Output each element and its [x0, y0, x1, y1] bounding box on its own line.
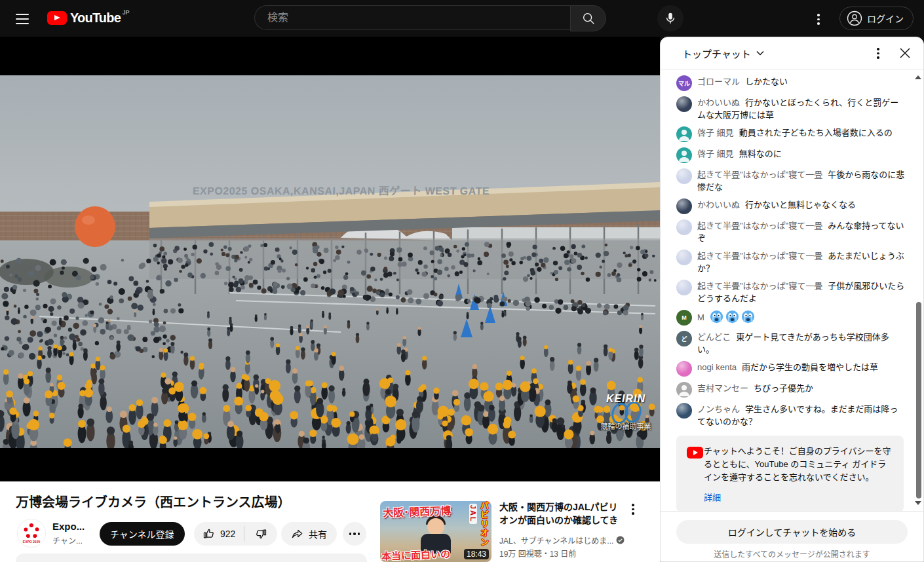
- chat-close-button[interactable]: [898, 46, 912, 60]
- chat-author: かわいいぬ: [697, 200, 740, 210]
- chat-message-text: 動員された子どもたち入場者数に入るの: [739, 128, 893, 138]
- search-input[interactable]: [266, 11, 557, 24]
- chat-message: MM: [676, 307, 905, 328]
- chat-footer-caption: 送信したすべてのメッセージが公開されます: [661, 548, 923, 559]
- like-button[interactable]: 922: [194, 522, 244, 546]
- channel-name[interactable]: Expo...: [52, 521, 93, 532]
- live-chat-panel: トップチャット マルゴローマルしかたないかわいいぬ行かないとぼったくられ、行くと…: [660, 37, 924, 562]
- chat-message: マルゴローマルしかたない: [676, 73, 905, 94]
- chat-avatar: [676, 280, 692, 295]
- chat-scrollbar-thumb[interactable]: [916, 302, 921, 498]
- chat-avatar: マル: [676, 75, 692, 91]
- chat-message: 起きて半畳"はなかっぱ"寝て一畳子供が風邪ひいたらどうするんだよ: [676, 277, 905, 307]
- chat-avatar: [676, 198, 692, 214]
- chat-welcome-notice: チャットへようこそ！ご自身のプライバシーを守るとともに、YouTube のコミュ…: [676, 436, 904, 512]
- thumbnail-text-bottom: 本当に面白いの: [381, 546, 451, 562]
- chat-message: 起きて半畳"はなかっぱ"寝て一畳午後から雨なのに悲惨だな: [676, 166, 905, 196]
- dislike-button[interactable]: [244, 522, 277, 546]
- share-label: 共有: [309, 527, 327, 540]
- chat-message: 起きて半畳"はなかっぱ"寝て一畳みんな傘持ってないぞ: [676, 217, 905, 247]
- recommended-kebab-menu[interactable]: [632, 504, 634, 515]
- chat-header: トップチャット: [661, 37, 923, 69]
- logo-country-code: JP: [123, 9, 130, 16]
- verified-check-icon: [616, 536, 625, 544]
- share-button[interactable]: 共有: [281, 522, 337, 546]
- chat-kebab-menu[interactable]: [877, 48, 879, 59]
- chat-login-button[interactable]: ログインしてチャットを始める: [676, 520, 908, 544]
- chat-avatar: [676, 126, 692, 142]
- search-box[interactable]: [254, 5, 570, 30]
- recommended-video-title[interactable]: 大阪・関西万博のJALパビリオンが面白いのか確認してきま...: [499, 500, 626, 527]
- chat-message: 吉村マンセーちびっ子優先か: [676, 379, 905, 400]
- recommended-channel-row[interactable]: JAL、サブチャンネルはじめま...: [499, 534, 634, 546]
- blue-crying-face-emoji: [710, 310, 723, 324]
- keirin-watermark-subtitle: 競輪の補助事業: [593, 421, 659, 431]
- masthead: YouTube JP ログイン: [0, 0, 924, 37]
- description-box[interactable]: [16, 553, 367, 562]
- chat-author: 起きて半畳"はなかっぱ"寝て一畳: [697, 281, 822, 291]
- youtube-logo-icon: [687, 447, 704, 503]
- chat-notice-learn-more-link[interactable]: 詳細: [704, 491, 893, 503]
- recommended-thumbnail[interactable]: 大阪･関西万博 パビリオン JAL 本当に面白いの 18:43: [380, 501, 491, 562]
- chat-avatar: ど: [676, 331, 692, 347]
- chat-author: 吉村マンセー: [697, 383, 748, 393]
- live-video-frame: EXPO2025 OSAKA,KANSAI,JAPAN 西ゲート WEST GA…: [0, 75, 660, 448]
- recommended-video-meta: 19万 回視聴・13 日前: [499, 548, 576, 559]
- login-label: ログイン: [867, 12, 904, 25]
- chat-avatar: [676, 147, 692, 163]
- close-icon: [898, 46, 912, 60]
- chat-message: 啓子 細見無料なのに: [676, 145, 905, 166]
- thumbnail-text-top: 大阪･関西万博: [383, 502, 452, 520]
- chat-message: nogi kenta雨だから学生の動員を増やしたは草: [676, 358, 905, 379]
- like-dislike-bar: 922: [194, 522, 277, 546]
- chat-message-text: ちびっ子優先か: [754, 383, 813, 393]
- more-actions-button[interactable]: [343, 522, 366, 546]
- chat-author: かわいいぬ: [697, 98, 740, 107]
- chat-author: ゴローマル: [697, 77, 740, 86]
- chat-message-text: 雨だから学生の動員を増やしたは草: [742, 362, 878, 372]
- chat-mode-selector[interactable]: トップチャット: [682, 47, 764, 60]
- person-circle-icon: [847, 10, 862, 26]
- like-count: 922: [220, 529, 235, 539]
- login-button[interactable]: ログイン: [839, 7, 914, 30]
- chat-author: 起きて半畳"はなかっぱ"寝て一畳: [697, 170, 822, 179]
- hamburger-menu-icon[interactable]: [14, 10, 30, 26]
- chat-message-text: 行かないと無料じゃなくなる: [745, 200, 856, 210]
- chat-author: どんどこ: [697, 332, 731, 342]
- youtube-logo[interactable]: YouTube JP: [47, 9, 130, 26]
- subscribe-button[interactable]: チャンネル登録: [100, 522, 185, 546]
- chat-author: 啓子 細見: [697, 128, 734, 138]
- chat-message-text: しかたない: [745, 77, 788, 86]
- chevron-down-icon: [756, 50, 764, 56]
- recommended-channel-name: JAL、サブチャンネルはじめま...: [499, 534, 613, 546]
- youtube-play-icon: [47, 11, 67, 25]
- chat-message: 起きて半畳"はなかっぱ"寝て一畳あたまだいじょうぶか？: [676, 247, 905, 277]
- chat-message: かわいいぬ行かないとぼったくられ、行くと罰ゲームな大阪万博には草: [676, 94, 905, 124]
- video-player[interactable]: EXPO2025 OSAKA,KANSAI,JAPAN 西ゲート WEST GA…: [0, 37, 660, 481]
- channel-subscriber-count: チャン...: [52, 534, 93, 546]
- settings-kebab-menu[interactable]: [817, 14, 820, 25]
- chat-avatar: [676, 168, 692, 184]
- channel-avatar[interactable]: EXPO 2025: [17, 519, 46, 548]
- thumbnail-person-face: [427, 518, 444, 535]
- video-title: 万博会場ライブカメラ（西エントランス広場）: [16, 492, 435, 511]
- voice-search-button[interactable]: [657, 5, 683, 31]
- chat-avatar: [676, 96, 692, 112]
- chat-scrollbar-up-arrow[interactable]: [915, 75, 921, 79]
- search-button[interactable]: [570, 5, 606, 31]
- chat-author: M: [697, 312, 704, 322]
- chat-message-text: 無料なのに: [739, 149, 782, 159]
- video-info-section: 万博会場ライブカメラ（西エントランス広場） EXPO 2025 Expo... …: [0, 481, 660, 562]
- thumb-down-icon: [254, 527, 267, 540]
- blue-crying-face-emoji: [725, 310, 739, 324]
- microphone-icon: [663, 11, 678, 26]
- blue-crying-face-emoji: [741, 310, 755, 324]
- chat-message: かわいいぬ行かないと無料じゃなくなる: [676, 196, 905, 217]
- chat-message-list[interactable]: マルゴローマルしかたないかわいいぬ行かないとぼったくられ、行くと罰ゲームな大阪万…: [661, 69, 915, 512]
- video-duration-badge: 18:43: [464, 549, 489, 559]
- chat-message: 啓子 細見動員された子どもたち入場者数に入るの: [676, 124, 905, 145]
- thumbnail-text-jal: JAL: [469, 504, 477, 524]
- chat-scrollbar-down-arrow[interactable]: [915, 501, 921, 505]
- chat-author: nogi kenta: [697, 362, 737, 372]
- chat-author: 起きて半畳"はなかっぱ"寝て一畳: [697, 221, 822, 231]
